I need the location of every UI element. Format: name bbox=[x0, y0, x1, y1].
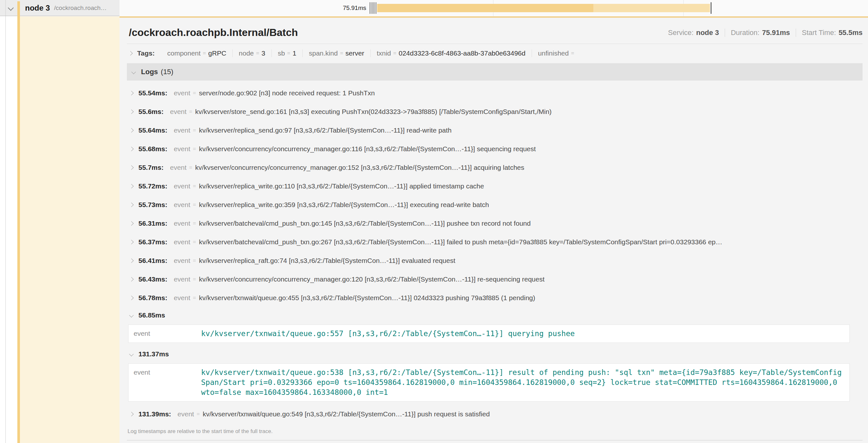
log-field-key: event bbox=[170, 164, 186, 171]
log-field-key: event bbox=[174, 182, 190, 190]
chevron-right-icon[interactable] bbox=[129, 259, 134, 263]
chevron-down-icon[interactable] bbox=[8, 5, 13, 10]
log-message: kv/kvserver/replica_raft.go:74 [n3,s3,r6… bbox=[199, 257, 455, 265]
equals-sign: = bbox=[203, 50, 206, 57]
log-timestamp: 55.68ms: bbox=[138, 145, 167, 153]
logs-section-header[interactable]: Logs (15) bbox=[127, 63, 863, 80]
equals-sign: = bbox=[189, 164, 192, 171]
tags-row[interactable]: Tags: component=gRPC node=3 sb=1 span.ki… bbox=[127, 44, 863, 61]
equals-sign: = bbox=[196, 411, 200, 417]
log-entry-row[interactable]: 55.64ms: event = kv/kvserver/replica_sen… bbox=[127, 121, 863, 140]
chevron-right-icon[interactable] bbox=[129, 296, 134, 300]
detail-bottom-divider bbox=[127, 440, 863, 440]
equals-sign: = bbox=[571, 50, 574, 57]
start-time-label: Start Time: bbox=[802, 29, 836, 37]
tag-key: txnid bbox=[377, 49, 391, 57]
log-marker-tick bbox=[373, 2, 374, 14]
logs-count: (15) bbox=[161, 68, 174, 76]
tag-key: span.kind bbox=[309, 49, 338, 57]
tag-item: txnid=024d3323-6c8f-4863-aa8b-37ab0e6349… bbox=[370, 49, 532, 57]
log-field-key: event bbox=[174, 238, 190, 246]
log-timestamp: 55.7ms: bbox=[138, 164, 163, 171]
log-message: kv/kvserver/batcheval/cmd_push_txn.go:26… bbox=[199, 238, 722, 246]
log-message: kv/kvserver/replica_send.go:97 [n3,s3,r6… bbox=[199, 127, 451, 134]
log-field-key: event bbox=[174, 127, 190, 134]
log-field-key: event bbox=[174, 201, 190, 209]
log-entry-row[interactable]: 56.43ms: event = kv/kvserver/concurrency… bbox=[127, 270, 863, 288]
log-message: kv/kvserver/concurrency/concurrency_mana… bbox=[195, 164, 524, 171]
log-timestamp: 55.73ms: bbox=[138, 201, 167, 209]
log-timestamp: 131.39ms: bbox=[138, 410, 171, 418]
chevron-down-icon[interactable] bbox=[131, 70, 136, 74]
log-marker-tick bbox=[375, 2, 375, 14]
span-duration-label: 75.91ms bbox=[321, 0, 366, 16]
service-value: node 3 bbox=[696, 29, 719, 37]
log-field-key: event bbox=[170, 108, 186, 115]
chevron-right-icon[interactable] bbox=[129, 128, 134, 133]
chevron-right-icon[interactable] bbox=[129, 165, 134, 170]
log-marker-tick bbox=[369, 2, 370, 14]
log-entry-row[interactable]: 55.54ms: event = server/node.go:902 [n3]… bbox=[127, 84, 863, 102]
span-row[interactable]: node 3 /cockroach.roach… 75.91ms bbox=[0, 0, 868, 16]
span-detail-panel: /cockroach.roachpb.Internal/Batch Servic… bbox=[120, 16, 868, 443]
tag-item: unfinished= bbox=[532, 49, 583, 57]
log-message: server/node.go:902 [n3] node received re… bbox=[199, 89, 375, 97]
log-timestamp: 56.37ms: bbox=[138, 238, 167, 246]
trace-timeline-screen: node 3 /cockroach.roach… 75.91ms /cockro… bbox=[0, 0, 868, 443]
equals-sign: = bbox=[193, 295, 196, 301]
chevron-down-icon[interactable] bbox=[129, 313, 134, 317]
chevron-right-icon[interactable] bbox=[129, 147, 134, 151]
selected-span-highlight-column bbox=[20, 16, 120, 443]
log-message: kv/kvserver/concurrency/concurrency_mana… bbox=[199, 145, 536, 153]
tag-key: component bbox=[167, 49, 200, 57]
equals-sign: = bbox=[193, 127, 196, 134]
log-entries-list: 55.54ms: event = server/node.go:902 [n3]… bbox=[127, 80, 863, 423]
log-timestamp: 55.6ms: bbox=[138, 108, 163, 115]
log-message: kv/kvserver/txnwait/queue.go:455 [n3,s3,… bbox=[199, 294, 535, 302]
chevron-right-icon[interactable] bbox=[128, 51, 133, 56]
log-entry-row[interactable]: 55.73ms: event = kv/kvserver/replica_wri… bbox=[127, 196, 863, 214]
equals-sign: = bbox=[193, 239, 196, 245]
equals-sign: = bbox=[287, 50, 290, 57]
log-entry-row[interactable]: 131.39ms: event = kv/kvserver/txnwait/qu… bbox=[127, 405, 863, 423]
log-field-value: kv/kvserver/txnwait/queue.go:557 [n3,s3,… bbox=[201, 329, 575, 339]
tag-value: server bbox=[345, 49, 364, 57]
log-timestamp: 56.85ms bbox=[138, 311, 165, 319]
log-entry-row[interactable]: 56.37ms: event = kv/kvserver/batcheval/c… bbox=[127, 233, 863, 251]
chevron-down-icon[interactable] bbox=[129, 352, 134, 356]
log-entry-row[interactable]: 56.78ms: event = kv/kvserver/txnwait/que… bbox=[127, 288, 863, 307]
duration-label: Duration: bbox=[731, 29, 760, 37]
chevron-right-icon[interactable] bbox=[129, 412, 134, 416]
log-message: kv/kvserver/replica_write.go:359 [n3,s3,… bbox=[199, 201, 489, 209]
tag-item: node=3 bbox=[232, 49, 271, 57]
chevron-right-icon[interactable] bbox=[129, 91, 134, 95]
log-field-key: event bbox=[134, 329, 201, 339]
log-entry-row[interactable]: 55.68ms: event = kv/kvserver/concurrency… bbox=[127, 140, 863, 158]
log-entry-row[interactable]: 56.41ms: event = kv/kvserver/replica_raf… bbox=[127, 251, 863, 270]
log-entry-row[interactable]: 56.31ms: event = kv/kvserver/batcheval/c… bbox=[127, 214, 863, 233]
chevron-right-icon[interactable] bbox=[129, 184, 134, 189]
start-time-value: 55.5ms bbox=[838, 29, 863, 37]
log-entry-row[interactable]: 55.72ms: event = kv/kvserver/replica_wri… bbox=[127, 177, 863, 196]
log-entry-row-expanded[interactable]: 56.85ms bbox=[127, 307, 863, 323]
chevron-right-icon[interactable] bbox=[129, 203, 134, 207]
log-timestamp: 56.43ms: bbox=[138, 275, 167, 283]
log-entry-row[interactable]: 55.7ms: event = kv/kvserver/concurrency/… bbox=[127, 158, 863, 177]
equals-sign: = bbox=[193, 146, 196, 152]
log-timestamp: 55.72ms: bbox=[138, 182, 167, 190]
chevron-right-icon[interactable] bbox=[129, 277, 134, 281]
chevron-right-icon[interactable] bbox=[129, 221, 134, 226]
log-timestamp: 131.37ms bbox=[138, 350, 169, 358]
equals-sign: = bbox=[393, 50, 396, 57]
tags-label: Tags: bbox=[137, 49, 155, 57]
span-detail-header: /cockroach.roachpb.Internal/Batch Servic… bbox=[127, 18, 863, 44]
log-entry-row-expanded[interactable]: 131.37ms bbox=[127, 346, 863, 362]
log-timestamp: 56.41ms: bbox=[138, 257, 167, 265]
chevron-right-icon[interactable] bbox=[129, 109, 134, 114]
log-field-key: event bbox=[174, 219, 190, 227]
chevron-right-icon[interactable] bbox=[129, 240, 134, 244]
meta-divider bbox=[725, 29, 725, 37]
log-entry-row[interactable]: 55.6ms: event = kv/kvserver/store_send.g… bbox=[127, 102, 863, 121]
equals-sign: = bbox=[193, 276, 196, 282]
span-duration-bar[interactable] bbox=[377, 4, 710, 12]
